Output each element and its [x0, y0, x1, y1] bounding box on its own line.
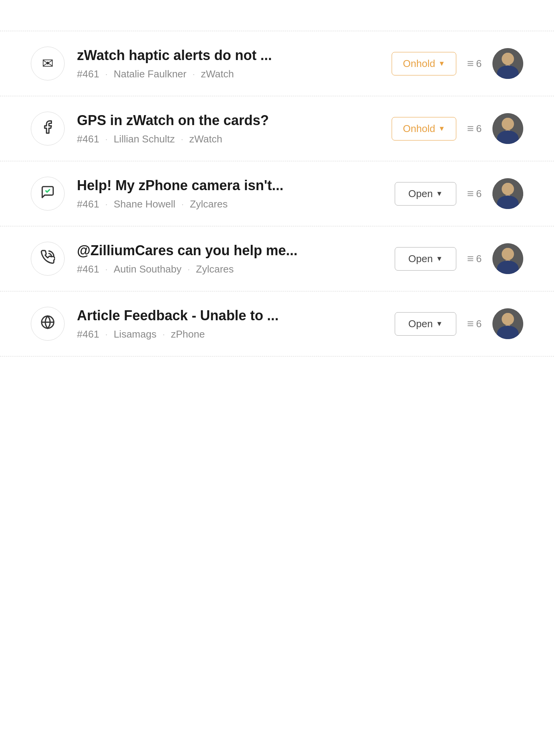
- conversation-icon: ≡: [467, 187, 474, 200]
- svg-point-2: [497, 69, 519, 79]
- ticket-brand: Zylcares: [190, 198, 227, 210]
- conversation-count: ≡ 6: [467, 187, 482, 200]
- ticket-meta: #461 · Lillian Schultz · zWatch: [77, 133, 379, 145]
- meta-dot-1: ·: [105, 265, 108, 274]
- svg-rect-11: [506, 195, 510, 200]
- conversation-icon: ≡: [467, 122, 474, 135]
- ticket-actions: Open ▼ ≡ 6: [395, 178, 523, 209]
- ticket-brand: zWatch: [189, 133, 222, 145]
- ticket-actions: Open ▼ ≡ 6: [395, 308, 523, 339]
- ticket-content: @ZilliumCares can you help me... #461 · …: [77, 243, 382, 275]
- svg-rect-7: [506, 130, 510, 135]
- chat-icon: [40, 185, 55, 203]
- status-label: Open: [408, 253, 433, 265]
- svg-point-9: [502, 183, 514, 195]
- meta-dot-1: ·: [105, 330, 108, 339]
- svg-rect-15: [506, 260, 510, 265]
- svg-point-0: [492, 48, 523, 79]
- status-label: Onhold: [403, 123, 435, 135]
- conversation-number: 6: [476, 253, 482, 265]
- status-badge[interactable]: Open ▼: [395, 312, 456, 336]
- ticket-brand: zPhone: [171, 328, 205, 340]
- ticket-title: Article Feedback - Unable to ...: [77, 308, 382, 324]
- ticket-number: #461: [77, 68, 99, 80]
- web-icon: [40, 315, 55, 333]
- dropdown-arrow-icon: ▼: [436, 255, 443, 263]
- ticket-meta: #461 · Natalie Faulkner · zWatch: [77, 68, 379, 80]
- ticket-item-4[interactable]: @ZilliumCares can you help me... #461 · …: [0, 226, 554, 291]
- svg-point-8: [492, 178, 523, 209]
- ticket-title: @ZilliumCares can you help me...: [77, 243, 382, 259]
- meta-dot-1: ·: [105, 70, 108, 79]
- ticket-actions: Onhold ▼ ≡ 6: [392, 113, 523, 144]
- conversation-icon: ≡: [467, 317, 474, 330]
- meta-dot-2: ·: [193, 70, 195, 79]
- channel-icon-wrapper: [31, 242, 65, 276]
- svg-point-4: [492, 113, 523, 144]
- ticket-content: Help! My zPhone camera isn't... #461 · S…: [77, 177, 382, 210]
- conversation-count: ≡ 6: [467, 252, 482, 265]
- status-label: Open: [408, 318, 433, 330]
- ticket-item-5[interactable]: Article Feedback - Unable to ... #461 · …: [0, 291, 554, 356]
- ticket-meta: #461 · Autin Southaby · Zylcares: [77, 263, 382, 275]
- svg-point-20: [497, 329, 519, 339]
- ticket-contact: Lisamags: [113, 328, 156, 340]
- ticket-item-2[interactable]: GPS in zWatch on the cards? #461 · Lilli…: [0, 96, 554, 161]
- ticket-title: GPS in zWatch on the cards?: [77, 112, 379, 129]
- status-badge[interactable]: Onhold ▼: [392, 52, 456, 75]
- status-label: Open: [408, 188, 433, 200]
- conversation-count: ≡ 6: [467, 317, 482, 330]
- svg-point-1: [502, 53, 514, 65]
- svg-rect-3: [506, 65, 510, 70]
- ticket-content: GPS in zWatch on the cards? #461 · Lilli…: [77, 112, 379, 145]
- svg-rect-21: [506, 325, 510, 330]
- avatar: [492, 308, 523, 339]
- channel-icon-wrapper: [31, 112, 65, 146]
- ticket-contact: Natalie Faulkner: [113, 68, 186, 80]
- svg-point-5: [502, 118, 514, 130]
- ticket-actions: Open ▼ ≡ 6: [395, 243, 523, 274]
- meta-dot-2: ·: [181, 135, 183, 144]
- dropdown-arrow-icon: ▼: [438, 60, 445, 68]
- ticket-content: Article Feedback - Unable to ... #461 · …: [77, 308, 382, 340]
- ticket-contact: Autin Southaby: [113, 263, 181, 275]
- channel-icon-wrapper: [31, 307, 65, 341]
- ticket-brand: zWatch: [201, 68, 234, 80]
- ticket-item-3[interactable]: Help! My zPhone camera isn't... #461 · S…: [0, 161, 554, 226]
- ticket-contact: Lillian Schultz: [113, 133, 175, 145]
- ticket-list: ✉ zWatch haptic alerts do not ... #461 ·…: [0, 0, 554, 387]
- ticket-title: Help! My zPhone camera isn't...: [77, 177, 382, 194]
- svg-point-12: [492, 243, 523, 274]
- ticket-content: zWatch haptic alerts do not ... #461 · N…: [77, 47, 379, 80]
- dropdown-arrow-icon: ▼: [438, 125, 445, 133]
- status-badge[interactable]: Onhold ▼: [392, 117, 456, 140]
- phone-icon: [40, 250, 55, 268]
- conversation-number: 6: [476, 318, 482, 330]
- conversation-count: ≡ 6: [467, 122, 482, 135]
- svg-point-18: [492, 308, 523, 339]
- ticket-brand: Zylcares: [196, 263, 234, 275]
- avatar: [492, 113, 523, 144]
- conversation-number: 6: [476, 188, 482, 200]
- ticket-number: #461: [77, 133, 99, 145]
- avatar: [492, 178, 523, 209]
- meta-dot-1: ·: [105, 200, 108, 209]
- channel-icon-wrapper: ✉: [31, 47, 65, 80]
- ticket-meta: #461 · Lisamags · zPhone: [77, 328, 382, 340]
- svg-point-13: [502, 248, 514, 260]
- avatar: [492, 243, 523, 274]
- meta-dot-2: ·: [182, 200, 184, 209]
- status-badge[interactable]: Open ▼: [395, 247, 456, 271]
- ticket-item-1[interactable]: ✉ zWatch haptic alerts do not ... #461 ·…: [0, 31, 554, 96]
- email-icon: ✉: [42, 55, 53, 72]
- meta-dot-2: ·: [163, 330, 165, 339]
- conversation-number: 6: [476, 58, 482, 70]
- ticket-number: #461: [77, 328, 99, 340]
- status-badge[interactable]: Open ▼: [395, 182, 456, 206]
- ticket-title: zWatch haptic alerts do not ...: [77, 47, 379, 64]
- ticket-contact: Shane Howell: [113, 198, 175, 210]
- conversation-number: 6: [476, 123, 482, 135]
- meta-dot-1: ·: [105, 135, 108, 144]
- conversation-icon: ≡: [467, 57, 474, 70]
- ticket-number: #461: [77, 198, 99, 210]
